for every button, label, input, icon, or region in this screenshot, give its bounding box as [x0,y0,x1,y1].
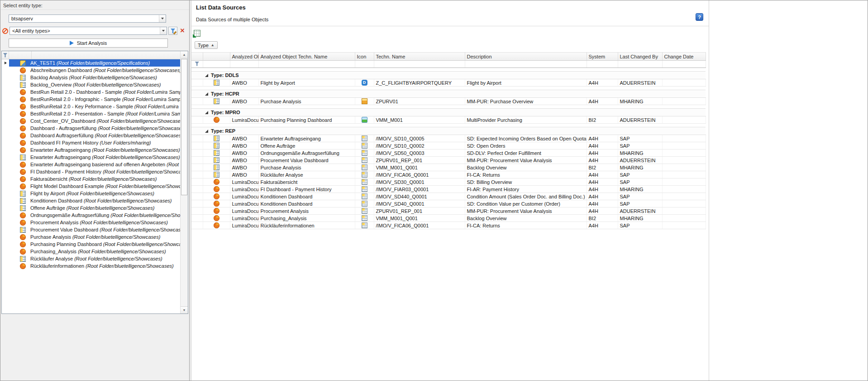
scroll-up-button[interactable]: ▲ [181,51,188,58]
column-header[interactable]: Analyzed Ob... [230,53,258,61]
entity-name: Ordnungsgemäße Auftragserfüllung [30,212,109,218]
filter-cell[interactable] [258,61,355,68]
column-header[interactable]: Icon [355,53,374,61]
datasource-row[interactable]: AWBOPurchase AnalysisVMM_M001_Q001Backlo… [191,164,706,171]
column-header[interactable]: Analyzed Object Techn. Name [258,53,355,61]
filter-cell[interactable] [230,61,258,68]
group-row[interactable]: Type: HCPR [191,90,706,98]
entity-list-item[interactable]: Procurement Value Dashboard(Root Folder/… [2,226,180,233]
entity-list-item[interactable]: Konditionen Dashboard(Root Folder/bluete… [2,197,180,204]
server-dropdown[interactable]: btsapserv [9,14,166,23]
filter-cell[interactable] [465,61,587,68]
datasource-row[interactable]: AWBOOffene Aufträge/IMO/V_SD10_Q0002SD: … [191,142,706,150]
entity-list-item-content: Abschreibungen Dashboard(Root Folder/blu… [9,67,180,74]
entity-list-item[interactable]: Offene Aufträge(Root Folder/bluetelligen… [2,204,180,212]
entity-list-item[interactable]: Purchasing_Analysis(Root Folder/bluetell… [2,248,180,255]
column-header[interactable]: Change Date [662,53,706,61]
group-row[interactable]: Type: REP [191,127,706,135]
dropdown-arrow-icon[interactable] [159,15,166,22]
entity-list-item[interactable]: Dashboard FI Payment History(User Folder… [2,139,180,146]
datasource-row[interactable]: AWBOOrdnungsgemäße Auftragserfüllung/IMO… [191,150,706,157]
filter-cell[interactable] [618,61,662,68]
group-label: Type: HCPR [211,91,239,96]
column-header[interactable]: Description [465,53,587,61]
entity-list-item[interactable]: Rückläuferinformationen(Root Folder/blue… [2,262,180,270]
group-row[interactable]: Type: MPRO [191,109,706,116]
entity-list-item[interactable]: AK_TEST1(Root Folder/bluetelligence/Spec… [2,59,180,67]
entity-list-item[interactable]: Erwarteter Auftragseingang(Root Folder/b… [2,154,180,161]
datasource-row[interactable]: AWBOPurchase AnalysisZPURV01MM-PUR: Purc… [191,98,706,105]
entity-list-item[interactable]: BestRun Retail 2.0 - Dashboard - Sample(… [2,88,180,96]
filter-cell[interactable] [203,61,230,68]
filter-cell[interactable] [355,61,374,68]
pencil-icon [173,31,176,34]
entity-list-item[interactable]: Fakturaübersicht(Root Folder/bluetellige… [2,175,180,183]
filter-cell[interactable] [662,61,706,68]
column-header[interactable] [203,53,230,61]
start-analysis-button[interactable]: Start Analysis [9,39,168,48]
group-expand-icon[interactable] [205,130,208,133]
entity-list-item[interactable]: Backlog_Overview(Root Folder/bluetellige… [2,81,180,88]
entity-list-item[interactable]: Ordnungsgemäße Auftragserfüllung(Root Fo… [2,212,180,219]
entity-list-item[interactable]: Procurement Analysis(Root Folder/bluetel… [2,219,180,226]
entity-list-item[interactable]: Backlog Analysis(Root Folder/bluetellige… [2,74,180,81]
export-excel-icon[interactable] [194,30,200,37]
icon-column-header[interactable] [9,51,32,59]
entity-list-item[interactable]: Cost_Center_OV_Dashboard(Root Folder/blu… [2,117,180,125]
entity-list-item[interactable]: Dashboard - Auftragserfüllung(Root Folde… [2,125,180,132]
datasource-row[interactable]: LumiraDocu...Purchasing_AnalysisVMM_M001… [191,215,706,222]
entity-type-dropdown[interactable]: <All entity types> [10,27,167,35]
entity-list-item[interactable]: Purchasing Planning Dashboard(Root Folde… [2,241,180,248]
column-header[interactable]: System [587,53,618,61]
datasource-row[interactable]: AWBOFlight by AirportZ_C_FLIGHTBYAIRPORT… [191,79,706,87]
datasource-row[interactable]: LumiraDocu...Purchasing Planning Dashboa… [191,116,706,124]
entity-list-item[interactable]: Rückläufer Analyse(Root Folder/bluetelli… [2,255,180,262]
entity-list-item[interactable]: Flight by Airport(Root Folder/bluetellig… [2,190,180,197]
scroll-down-button[interactable]: ▼ [181,306,188,313]
entity-list-item[interactable]: Flight Model Dashboard Example(Root Fold… [2,183,180,190]
entity-list-item[interactable]: Abschreibungen Dashboard(Root Folder/blu… [2,67,180,74]
group-by-chip-type[interactable]: Type ▲ [195,41,218,49]
filter-cell[interactable] [374,61,465,68]
entity-list-item[interactable]: BestRunRetail 2.0 - Key Peformance - Sam… [2,103,180,110]
datasource-row[interactable]: AWBORückläufer Analyse/IMO/V_FICA06_Q000… [191,171,706,178]
datasource-row[interactable]: AWBOErwarteter Auftragseingang/IMO/V_SD1… [191,135,706,142]
group-expand-icon[interactable] [205,111,208,114]
name-column-header[interactable] [32,51,188,59]
datasource-row[interactable]: LumiraDocu...Rückläuferinformationen/IMO… [191,222,706,229]
entity-list-item[interactable]: Erwarteter Auftragseingang basierend auf… [2,161,180,168]
edit-filter-button[interactable] [168,27,177,35]
entity-list-item[interactable]: BestRunRetail 2.0 - Infographic - Sample… [2,96,180,103]
entity-list-item[interactable]: BestRunRetail 2.0 - Presentation - Sampl… [2,110,180,117]
entity-path: (Root Folder/bluetelligence/Showcases) [86,263,173,269]
datasource-row[interactable]: LumiraDocu...Konditionen Dashboard/IMO/V… [191,193,706,200]
datasource-row[interactable]: LumiraDocu...Fakturaübersicht/IMO/V_SD30… [191,178,706,186]
vertical-scrollbar[interactable]: ▲ ▼ [180,51,188,313]
column-header[interactable]: Techn. Name [374,53,465,61]
column-header[interactable]: Last Changed By [618,53,662,61]
datasource-row[interactable]: LumiraDocu...Procurement AnalysisZPURV01… [191,207,706,215]
clear-filter-button[interactable]: ✕ [179,27,186,34]
entity-name: BestRunRetail 2.0 - Key Peformance - Sam… [30,104,133,109]
group-expand-icon[interactable] [205,92,208,96]
dropdown-arrow-icon[interactable] [160,27,167,34]
object-icon-cell [203,186,230,193]
entity-list-item[interactable]: Erwarteter Auftragseingang(Root Folder/b… [2,146,180,154]
entity-list-item[interactable]: Dashboard Auftragserfüllung(Root Folder/… [2,132,180,139]
group-expand-icon[interactable] [205,74,208,77]
help-button[interactable]: ? [696,13,703,21]
analyzed-object-techn-name-cell: Ordnungsgemäße Auftragserfüllung [258,150,355,157]
filter-cell[interactable] [587,61,618,68]
filter-funnel-icon [3,53,8,58]
datasource-row[interactable]: LumiraDocu...Konditionen Dashboard/IMO/V… [191,200,706,207]
datasource-row[interactable]: LumiraDocu...FI Dashboard - Payment Hist… [191,186,706,193]
techn-name-cell: /IMO/V_SD10_Q0005 [374,135,465,142]
entity-list-item[interactable]: Purchase Analysis(Root Folder/bluetellig… [2,233,180,241]
empty-area [709,0,868,381]
scrollbar-thumb[interactable] [181,59,187,195]
last-changed-by-cell: ADUERRSTEIN [618,207,662,215]
entity-list-item-content: Ordnungsgemäße Auftragserfüllung(Root Fo… [9,212,180,219]
entity-list-item[interactable]: FI Dashboard - Payment History(Root Fold… [2,168,180,175]
datasource-row[interactable]: AWBOProcurement Value DashboardZPURV01_R… [191,157,706,164]
group-row[interactable]: Type: DDLS [191,72,706,79]
